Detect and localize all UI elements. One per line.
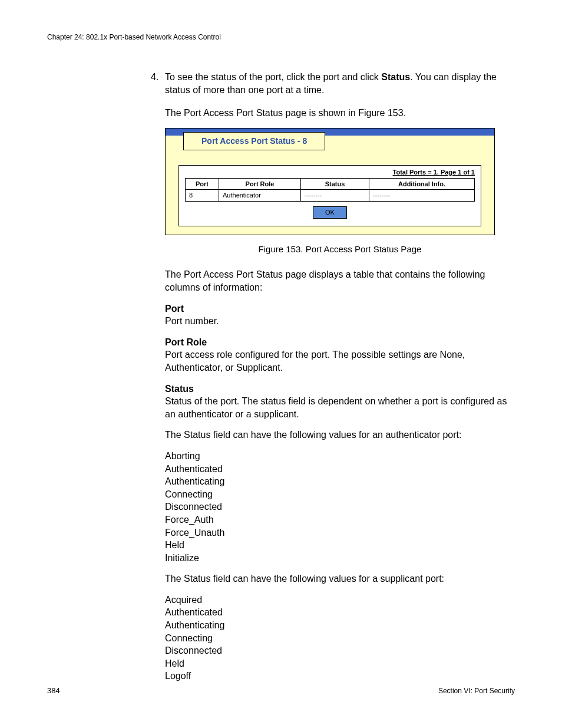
list-item: Logoff	[165, 670, 515, 683]
main-content: 4. To see the status of the port, click …	[165, 71, 515, 683]
figure-outer-panel: Port Access Port Status - 8 Total Ports …	[165, 128, 495, 235]
table-intro: The Port Access Port Status page display…	[165, 268, 515, 294]
chapter-header: Chapter 24: 802.1x Port-based Network Ac…	[47, 33, 515, 41]
figure-summary: Total Ports = 1. Page 1 of 1	[185, 168, 475, 177]
def-port-text: Port number.	[165, 315, 515, 328]
list-item: Authenticated	[165, 463, 515, 476]
figure-153: Port Access Port Status - 8 Total Ports …	[165, 128, 515, 256]
figure-title-wrap: Port Access Port Status - 8	[183, 136, 494, 153]
list-item: Authenticating	[165, 619, 515, 632]
table-row: 8 Authenticator -------- --------	[186, 190, 475, 202]
list-item: Aborting	[165, 450, 515, 463]
def-status-text: Status of the port. The status field is …	[165, 395, 515, 420]
list-item: Force_Auth	[165, 513, 515, 526]
auth-intro: The Status field can have the following …	[165, 429, 515, 442]
document-page: Chapter 24: 802.1x Port-based Network Ac…	[0, 0, 562, 728]
list-item: Connecting	[165, 632, 515, 645]
step-number: 4.	[151, 71, 158, 84]
cell-port: 8	[186, 190, 219, 202]
figure-caption: Figure 153. Port Access Port Status Page	[165, 243, 515, 255]
port-status-table: Port Port Role Status Additional Info. 8…	[185, 178, 475, 202]
list-item: Disconnected	[165, 644, 515, 657]
auth-value-list: Aborting Authenticated Authenticating Co…	[165, 450, 515, 564]
cell-info: --------	[369, 190, 475, 202]
list-item: Authenticated	[165, 606, 515, 619]
col-status: Status	[301, 178, 369, 190]
col-info: Additional Info.	[369, 178, 475, 190]
step-text-before: To see the status of the port, click the…	[165, 72, 381, 82]
figure-inner-panel: Total Ports = 1. Page 1 of 1 Port Port R…	[178, 165, 481, 226]
lead-sentence: The Port Access Port Status page is show…	[165, 107, 515, 120]
list-item: Connecting	[165, 488, 515, 501]
def-port-label: Port	[165, 302, 515, 315]
step-text-bold: Status	[381, 72, 410, 82]
list-item: Held	[165, 539, 515, 552]
col-port: Port	[186, 178, 219, 190]
cell-status: --------	[301, 190, 369, 202]
def-role-label: Port Role	[165, 336, 515, 349]
list-item: Force_Unauth	[165, 526, 515, 539]
list-item: Acquired	[165, 594, 515, 607]
ok-button[interactable]: OK	[313, 206, 347, 219]
def-role-text: Port access role configured for the port…	[165, 348, 515, 374]
page-number: 384	[47, 686, 60, 695]
figure-title: Port Access Port Status - 8	[183, 132, 325, 150]
step-4: 4. To see the status of the port, click …	[165, 71, 515, 96]
table-header-row: Port Port Role Status Additional Info.	[186, 178, 475, 190]
ok-row: OK	[185, 206, 475, 219]
list-item: Initialize	[165, 552, 515, 565]
list-item: Held	[165, 657, 515, 670]
cell-role: Authenticator	[219, 190, 301, 202]
col-role: Port Role	[219, 178, 301, 190]
supp-intro: The Status field can have the following …	[165, 572, 515, 585]
list-item: Disconnected	[165, 500, 515, 513]
def-status-label: Status	[165, 383, 515, 396]
supp-value-list: Acquired Authenticated Authenticating Co…	[165, 594, 515, 683]
list-item: Authenticating	[165, 475, 515, 488]
section-footer: Section VI: Port Security	[438, 687, 515, 695]
